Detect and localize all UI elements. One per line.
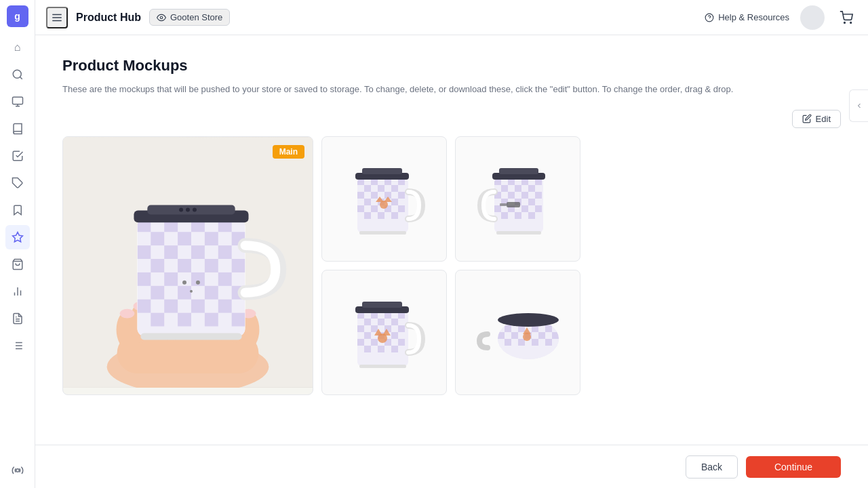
svg-rect-65: [137, 272, 151, 285]
app-logo[interactable]: g: [7, 5, 28, 27]
svg-rect-159: [391, 319, 398, 325]
mockup-grid: Main: [62, 136, 841, 395]
sidebar-item-orders[interactable]: [5, 144, 30, 168]
svg-rect-112: [364, 212, 371, 219]
svg-rect-129: [528, 185, 535, 192]
svg-rect-89: [140, 333, 241, 340]
page-description: These are the mockups that will be pushe…: [62, 83, 841, 96]
svg-point-87: [186, 207, 190, 211]
svg-point-200: [523, 333, 531, 341]
hamburger-button[interactable]: [46, 7, 68, 28]
svg-point-38: [120, 308, 135, 318]
svg-point-174: [378, 333, 387, 343]
svg-rect-144: [507, 202, 520, 207]
sidebar-item-design[interactable]: [5, 225, 30, 249]
svg-rect-171: [364, 346, 371, 352]
svg-rect-145: [500, 203, 507, 206]
sidebar-item-products[interactable]: [5, 89, 30, 114]
sidebar-item-shop[interactable]: [5, 252, 30, 277]
svg-rect-80: [232, 312, 245, 326]
svg-rect-57: [137, 245, 151, 259]
user-avatar[interactable]: [800, 5, 825, 30]
content-area: Product Mockups These are the mockups th…: [35, 35, 868, 445]
svg-rect-161: [371, 325, 378, 332]
main-badge: Main: [273, 145, 304, 159]
sidebar-item-settings[interactable]: [5, 458, 30, 483]
footer: Back Continue: [35, 445, 868, 488]
svg-rect-127: [501, 185, 508, 192]
svg-point-18: [16, 469, 19, 472]
sidebar-item-catalog[interactable]: [5, 117, 30, 141]
svg-point-25: [844, 22, 846, 23]
mockup-thumb-4[interactable]: [455, 270, 580, 395]
svg-rect-62: [178, 259, 191, 272]
panel-toggle[interactable]: [849, 89, 868, 122]
mockup-thumb-1[interactable]: [321, 136, 447, 262]
sidebar-item-search[interactable]: [5, 62, 30, 87]
edit-button[interactable]: Edit: [792, 110, 841, 128]
sidebar-item-home[interactable]: ⌂: [5, 35, 30, 60]
svg-rect-73: [137, 299, 151, 312]
topnav: Product Hub Gooten Store Help & Resource…: [35, 0, 868, 35]
svg-rect-160: [357, 325, 364, 332]
svg-rect-54: [178, 232, 191, 245]
svg-rect-190: [545, 325, 552, 332]
cart-icon[interactable]: [835, 7, 857, 28]
svg-rect-66: [164, 272, 178, 285]
svg-rect-173: [391, 346, 398, 352]
svg-point-201: [498, 313, 559, 327]
svg-rect-77: [151, 312, 164, 326]
svg-rect-104: [398, 192, 405, 199]
continue-button[interactable]: Continue: [746, 456, 841, 478]
svg-rect-147: [499, 168, 538, 174]
main-area: Product Hub Gooten Store Help & Resource…: [35, 0, 868, 488]
svg-point-115: [380, 201, 388, 209]
svg-point-88: [193, 207, 197, 211]
main-mockup-image: [63, 137, 313, 388]
svg-rect-78: [178, 312, 191, 326]
svg-rect-177: [359, 365, 406, 368]
svg-rect-176: [362, 302, 402, 308]
svg-rect-60: [218, 245, 232, 259]
sidebar-item-list[interactable]: [5, 333, 30, 358]
thumbnail-column: [321, 136, 580, 395]
svg-rect-136: [528, 199, 535, 205]
sidebar-item-reports[interactable]: [5, 306, 30, 331]
svg-rect-128: [515, 185, 521, 192]
svg-rect-98: [364, 185, 371, 192]
svg-rect-139: [521, 205, 528, 212]
svg-rect-68: [218, 272, 232, 285]
svg-rect-55: [205, 232, 218, 245]
svg-rect-114: [391, 212, 398, 219]
svg-rect-170: [398, 339, 405, 346]
store-selector[interactable]: Gooten Store: [149, 9, 230, 26]
svg-marker-5: [12, 232, 22, 242]
back-button[interactable]: Back: [686, 455, 738, 479]
svg-rect-131: [508, 192, 515, 199]
mockup-thumb-3[interactable]: [321, 270, 447, 395]
svg-rect-137: [494, 205, 501, 212]
edit-row: Edit: [62, 110, 841, 128]
topnav-right: Help & Resources: [705, 5, 857, 30]
svg-rect-100: [391, 185, 398, 192]
svg-rect-140: [535, 205, 542, 212]
svg-rect-142: [515, 212, 521, 219]
svg-rect-75: [191, 299, 205, 312]
help-link[interactable]: Help & Resources: [705, 12, 789, 22]
svg-rect-197: [518, 339, 525, 346]
page-title: Product Mockups: [62, 57, 841, 75]
main-mockup[interactable]: Main: [62, 136, 313, 395]
svg-point-81: [182, 280, 186, 284]
svg-rect-157: [364, 319, 371, 325]
svg-rect-109: [371, 205, 378, 212]
svg-rect-1: [12, 97, 22, 104]
sidebar-item-analytics[interactable]: [5, 279, 30, 304]
sidebar: g ⌂: [0, 0, 35, 488]
sidebar-item-tags[interactable]: [5, 171, 30, 195]
mockup-thumb-2[interactable]: [455, 136, 580, 262]
sidebar-item-saved[interactable]: [5, 198, 30, 222]
svg-rect-101: [357, 192, 364, 199]
svg-point-22: [160, 16, 163, 19]
svg-rect-64: [232, 259, 245, 272]
svg-rect-85: [147, 205, 235, 214]
